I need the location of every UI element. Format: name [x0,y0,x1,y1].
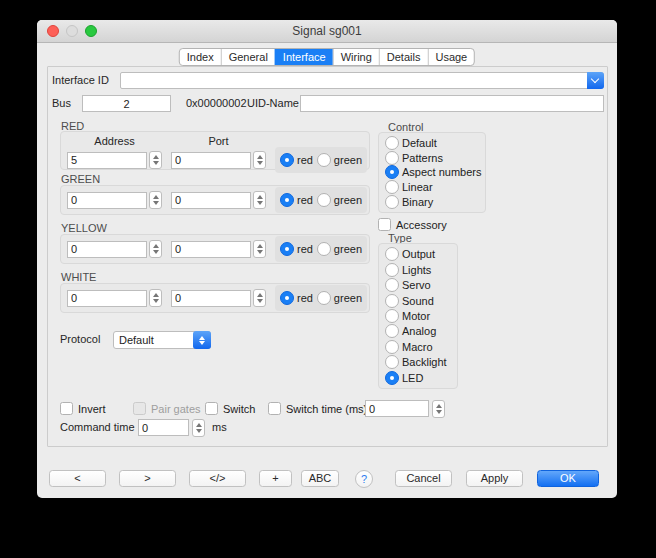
checkbox-icon [378,218,391,231]
yellow-gate-red-option[interactable]: red [280,242,313,256]
radio-off-icon [317,193,331,207]
bus-input[interactable] [82,95,171,112]
white-gate-green-option[interactable]: green [317,291,362,305]
command-time-stepper[interactable] [192,419,205,437]
checkbox-icon [60,402,73,415]
pair-gates-checkbox-item: Pair gates [133,400,201,417]
green-address-stepper[interactable] [149,191,162,209]
cancel-button[interactable]: Cancel [395,470,452,487]
switch-time-checkbox-item[interactable]: Switch time (ms) [268,400,367,417]
add-button[interactable]: + [259,470,292,487]
traffic-lights [47,25,97,37]
white-port-stepper[interactable] [253,289,266,307]
command-time-unit: ms [212,419,227,436]
yellow-gate-green-option[interactable]: green [317,242,362,256]
white-address-stepper[interactable] [149,289,162,307]
step-down-icon [153,161,159,165]
yellow-gate-radio-group: red green [275,236,367,262]
red-address-input[interactable] [67,152,147,169]
switch-time-input[interactable] [365,400,429,417]
green-port-input[interactable] [171,192,251,209]
radio-off-icon [385,151,399,165]
step-up-icon [257,155,263,159]
accessory-checkbox-item[interactable]: Accessory [378,216,447,233]
aspect-box-red: Address Port red green [60,131,370,170]
control-option-patterns[interactable]: Patterns [385,151,479,165]
interface-id-input[interactable] [120,72,604,89]
type-option-output[interactable]: Output [385,247,451,261]
interface-id-dropdown-button[interactable] [587,72,604,89]
tab-index[interactable]: Index [180,49,221,65]
checkbox-icon [205,402,218,415]
tab-general[interactable]: General [221,49,275,65]
protocol-popup[interactable]: Default [113,331,211,349]
type-option-analog[interactable]: Analog [385,324,451,338]
switch-time-stepper[interactable] [432,400,445,418]
red-gate-radio-group: red green [275,147,367,173]
green-gate-red-option[interactable]: red [280,193,313,207]
yellow-address-input[interactable] [67,241,147,258]
apply-button[interactable]: Apply [466,470,523,487]
tab-bar: Index General Interface Wiring Details U… [179,48,475,66]
control-option-linear[interactable]: Linear [385,180,479,194]
red-address-stepper[interactable] [149,151,162,169]
help-button[interactable]: ? [355,470,373,488]
tab-interface[interactable]: Interface [275,49,333,65]
step-down-icon [257,161,263,165]
command-time-input[interactable] [138,419,189,436]
type-option-sound[interactable]: Sound [385,294,451,308]
green-port-stepper[interactable] [253,191,266,209]
radio-off-icon [385,355,399,369]
green-gate-green-option[interactable]: green [317,193,362,207]
red-port-stepper[interactable] [253,151,266,169]
type-radio-group: Output Lights Servo Sound Motor Analog M… [378,243,458,389]
ok-button[interactable]: OK [537,470,599,487]
radio-on-icon [280,193,294,207]
radio-off-icon [385,340,399,354]
close-button[interactable] [47,25,59,37]
white-address-input[interactable] [67,290,147,307]
yellow-address-stepper[interactable] [149,240,162,258]
type-option-backlight[interactable]: Backlight [385,355,451,369]
control-option-binary[interactable]: Binary [385,195,479,209]
port-header: Port [171,135,266,147]
radio-off-icon [385,294,399,308]
next-button[interactable]: > [119,470,176,487]
command-time-label: Command time [60,419,135,436]
uid-name-input[interactable] [300,95,604,112]
green-address-input[interactable] [67,192,147,209]
title-bar: Signal sg001 [37,20,617,43]
white-gate-radio-group: red green [275,285,367,311]
type-option-motor[interactable]: Motor [385,309,451,323]
switch-checkbox-item[interactable]: Switch [205,400,255,417]
invert-checkbox-item[interactable]: Invert [60,400,106,417]
tab-wiring[interactable]: Wiring [333,49,379,65]
white-port-input[interactable] [171,290,251,307]
control-option-aspect-numbers[interactable]: Aspect numbers [385,165,479,179]
aspect-box-yellow: red green [60,234,370,264]
step-up-icon [257,195,263,199]
red-gate-red-option[interactable]: red [280,153,313,167]
tab-details[interactable]: Details [379,49,428,65]
window-title: Signal sg001 [37,20,617,42]
white-gate-red-option[interactable]: red [280,291,313,305]
popup-arrows-icon [193,331,211,349]
control-option-default[interactable]: Default [385,136,479,150]
zoom-button[interactable] [85,25,97,37]
step-down-icon [257,299,263,303]
type-option-led[interactable]: LED [385,371,451,385]
code-button[interactable]: </> [189,470,246,487]
step-down-icon [196,429,202,433]
prev-button[interactable]: < [49,470,106,487]
yellow-port-stepper[interactable] [253,240,266,258]
type-option-lights[interactable]: Lights [385,263,451,277]
yellow-port-input[interactable] [171,241,251,258]
abc-button[interactable]: ABC [301,470,339,487]
radio-on-icon [385,165,399,179]
red-gate-green-option[interactable]: green [317,153,362,167]
tab-usage[interactable]: Usage [427,49,474,65]
type-option-macro[interactable]: Macro [385,340,451,354]
red-port-input[interactable] [171,152,251,169]
type-option-servo[interactable]: Servo [385,278,451,292]
checkbox-icon [133,402,146,415]
